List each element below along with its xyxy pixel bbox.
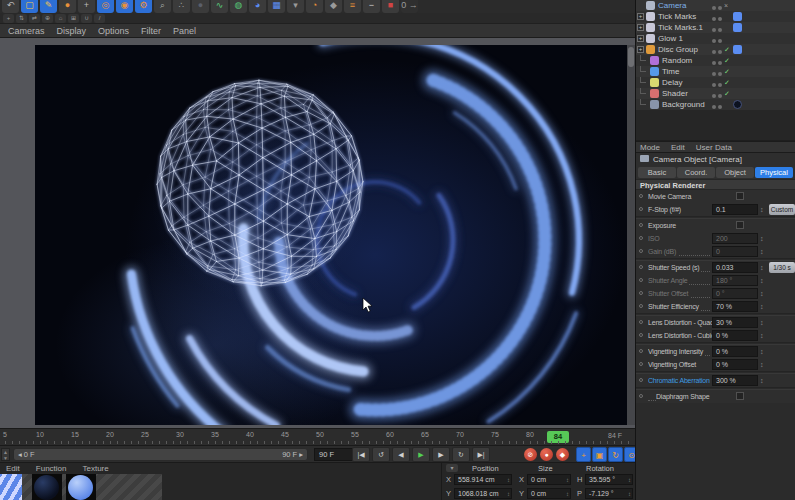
stop-render-icon[interactable]: ■ (382, 0, 399, 13)
menu-cameras[interactable]: Cameras (4, 26, 53, 36)
editor-visibility-dot[interactable] (712, 72, 716, 76)
stepper-icon[interactable]: ↕ (760, 263, 764, 272)
object-row[interactable]: Shader✓ (636, 88, 795, 99)
mat-menu-texture[interactable]: Texture (76, 463, 118, 474)
goto-start-button[interactable]: |◀ (352, 447, 370, 462)
timeline-ruler[interactable]: 51015202530354045505560657075808484 F (0, 428, 635, 445)
object-name[interactable]: Glow 1 (658, 33, 683, 44)
object-name[interactable]: Tick Marks (658, 11, 696, 22)
mat-menu-function[interactable]: Function (30, 463, 77, 474)
stepper-icon[interactable]: ↕ (760, 276, 764, 285)
snap-icon[interactable]: ∴ (173, 0, 190, 13)
axis-lock-y-icon[interactable]: ⇅ (16, 14, 27, 23)
render-visibility-dot[interactable] (718, 50, 722, 54)
preset-button[interactable]: 1/30 s (769, 262, 795, 273)
tab-physical[interactable]: Physical (755, 167, 793, 178)
axis-lock-x-icon[interactable]: + (3, 14, 14, 23)
editor-visibility-dot[interactable] (712, 50, 716, 54)
cloner-list-icon[interactable]: ≡ (344, 0, 361, 13)
editor-visibility-dot[interactable] (712, 94, 716, 98)
menu-display[interactable]: Display (53, 26, 95, 36)
clock-icon[interactable]: ◔ (306, 0, 323, 13)
tab-object[interactable]: Object (716, 167, 754, 178)
stepper-icon[interactable]: ↕ (760, 318, 764, 327)
paint-selection-icon[interactable]: ✎ (40, 0, 57, 13)
render-visibility-dot[interactable] (718, 28, 722, 32)
anim-dot-icon[interactable] (639, 304, 643, 308)
keyframe-selection-button[interactable]: ◆ (556, 448, 569, 461)
enabled-check-icon[interactable]: ✓ (724, 44, 730, 55)
coordinate-mode-dropdown[interactable]: ▾ (446, 464, 458, 472)
enabled-check-icon[interactable]: ✓ (724, 88, 730, 99)
value-field[interactable]: 0.1 (712, 204, 758, 215)
dark-navy-material[interactable] (32, 474, 62, 500)
value-field[interactable]: 0 % (712, 346, 758, 357)
rotation-h-field[interactable]: 35.595 °↕ (585, 474, 633, 485)
record-position-button[interactable]: + (576, 447, 591, 462)
stepper-icon[interactable]: ↕ (760, 376, 764, 385)
render-settings-icon[interactable]: ⚙ (135, 0, 152, 13)
tab-coord[interactable]: Coord. (677, 167, 715, 178)
mograph-icon[interactable]: ◍ (230, 0, 247, 13)
expand-icon[interactable]: + (637, 13, 644, 20)
stepper-icon[interactable]: ↕ (760, 234, 764, 243)
disabled-x-icon[interactable]: × (724, 0, 728, 11)
object-row[interactable]: +Tick Marks (636, 11, 795, 22)
position-x-field[interactable]: 558.914 cm↕ (454, 474, 512, 485)
editor-visibility-dot[interactable] (712, 39, 716, 43)
am-menu-user-data[interactable]: User Data (692, 142, 739, 152)
scrollbar-thumb[interactable] (628, 47, 634, 67)
object-row[interactable]: Delay✓ (636, 77, 795, 88)
enabled-check-icon[interactable]: ✓ (724, 66, 730, 77)
anim-dot-icon[interactable] (639, 265, 643, 269)
render-visibility-dot[interactable] (718, 83, 722, 87)
checkbox[interactable] (736, 192, 744, 200)
anim-dot-icon[interactable] (639, 362, 643, 366)
value-field[interactable]: 0 % (712, 359, 758, 370)
render-visibility-dot[interactable] (718, 61, 722, 65)
value-field[interactable]: 200 (712, 233, 758, 244)
expand-icon[interactable]: + (637, 35, 644, 42)
striped-blue-material[interactable] (0, 474, 22, 500)
editor-visibility-dot[interactable] (712, 83, 716, 87)
play-mode-cycle-button[interactable]: ↺ (372, 447, 390, 462)
editor-visibility-dot[interactable] (712, 6, 716, 10)
editor-visibility-dot[interactable] (712, 105, 716, 109)
object-name[interactable]: Background (662, 99, 705, 110)
min-frame-stepper[interactable]: ▲▼ (1, 448, 10, 461)
anim-dot-icon[interactable] (639, 320, 643, 324)
object-name[interactable]: Shader (662, 88, 688, 99)
dropdown-icon[interactable]: ▾ (287, 0, 304, 13)
render-visibility-dot[interactable] (718, 105, 722, 109)
anim-dot-icon[interactable] (639, 223, 643, 227)
minus-icon[interactable]: − (363, 0, 380, 13)
render-picture-viewer-icon[interactable]: ◉ (116, 0, 133, 13)
magnify-icon[interactable]: ⌕ (154, 0, 171, 13)
expand-icon[interactable]: + (637, 46, 644, 53)
size-x-field[interactable]: 0 cm↕ (527, 474, 571, 485)
undo-icon[interactable]: ↶ (2, 0, 19, 13)
previous-frame-button[interactable]: ◀ (392, 447, 410, 462)
rotation-p-field[interactable]: -7.129 °↕ (585, 488, 633, 499)
menu-panel[interactable]: Panel (169, 26, 204, 36)
stepper-icon[interactable]: ↕ (760, 360, 764, 369)
am-menu-edit[interactable]: Edit (667, 142, 692, 152)
anim-dot-icon[interactable] (639, 194, 643, 198)
anim-dot-icon[interactable] (639, 278, 643, 282)
render-view[interactable] (35, 45, 627, 425)
object-name[interactable]: Tick Marks.1 (658, 22, 703, 33)
axis-lock-z-icon[interactable]: ⇄ (29, 14, 40, 23)
anim-dot-icon[interactable] (639, 249, 643, 253)
checkbox[interactable] (736, 392, 744, 400)
goto-end-button[interactable]: ▶| (472, 447, 490, 462)
render-visibility-dot[interactable] (718, 72, 722, 76)
object-name[interactable]: Disc Group (658, 44, 698, 55)
object-row[interactable]: +Glow 1 (636, 33, 795, 44)
axis-system-icon[interactable]: ⊕ (42, 14, 53, 23)
object-row[interactable]: Camera× (636, 0, 795, 11)
menu-filter[interactable]: Filter (137, 26, 169, 36)
material-ball-icon[interactable]: ● (59, 0, 76, 13)
size-y-field[interactable]: 0 cm↕ (527, 488, 571, 499)
viewport[interactable] (0, 38, 635, 428)
next-frame-button[interactable]: ▶ (432, 447, 450, 462)
